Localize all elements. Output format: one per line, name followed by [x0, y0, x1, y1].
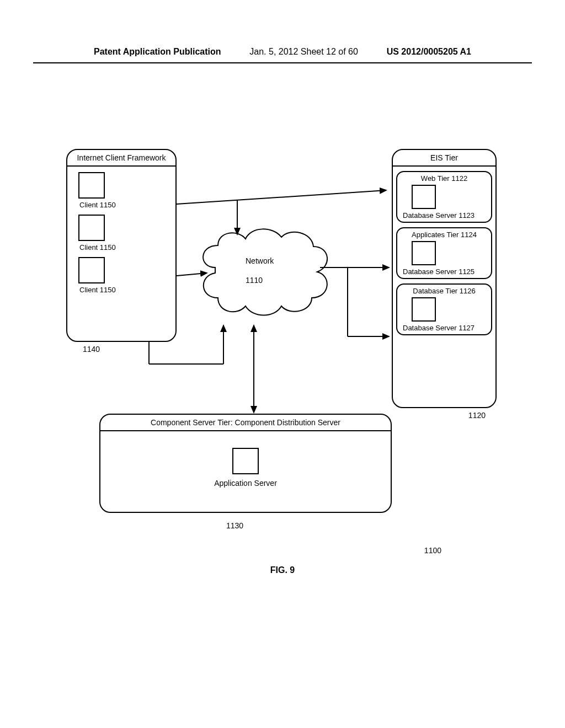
header-date-sheet: Jan. 5, 2012 Sheet 12 of 60	[249, 47, 358, 57]
header-patent-number: US 2012/0005205 A1	[387, 47, 471, 57]
ref-label-overall: 1100	[424, 546, 441, 555]
connector-arrows	[66, 149, 497, 535]
header-publication: Patent Application Publication	[94, 47, 221, 57]
architecture-diagram: Internet Client Framework Client 1150 Cl…	[66, 149, 497, 552]
page-header: Patent Application Publication Jan. 5, 2…	[33, 0, 532, 63]
figure-label: FIG. 9	[0, 565, 565, 575]
svg-line-1	[177, 190, 386, 204]
svg-line-3	[177, 273, 207, 276]
